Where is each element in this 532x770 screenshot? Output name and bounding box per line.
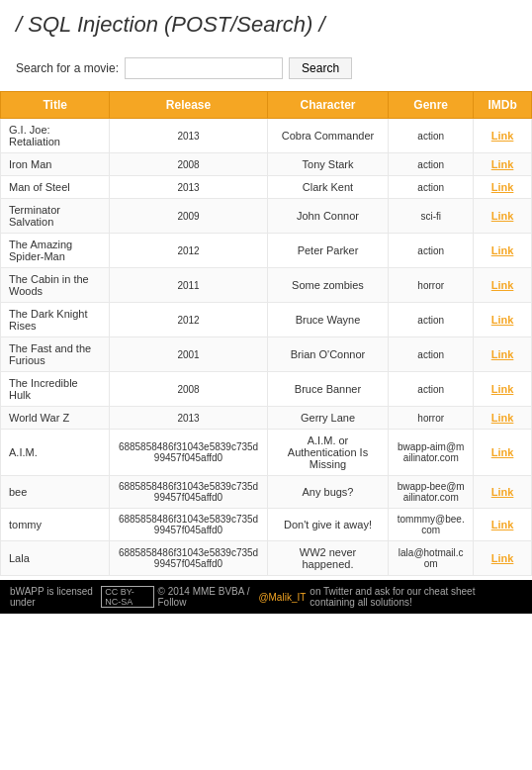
cell-imdb-link[interactable]: Link	[474, 337, 532, 372]
cell-imdb-link[interactable]: Link	[474, 541, 532, 576]
footer-text3: on Twitter and ask for our cheat sheet c…	[310, 586, 522, 608]
cell-title: The Dark Knight Rises	[1, 303, 110, 337]
cell-release: 2013	[110, 119, 267, 153]
cell-genre: action	[389, 119, 474, 153]
cell-genre: action	[389, 176, 474, 199]
cell-release: 2001	[110, 337, 267, 372]
table-row: The Fast and the Furious2001Brian O'Conn…	[1, 337, 532, 372]
footer-twitter[interactable]: @Malik_IT	[258, 592, 306, 603]
search-label: Search for a movie:	[16, 61, 119, 75]
cell-imdb-link[interactable]: Link	[474, 268, 532, 303]
cell-title: The Cabin in the Woods	[1, 268, 110, 303]
cell-character: Tony Stark	[267, 153, 389, 176]
cell-release: 6885858486f31043e5839c735d99457f045affd0	[110, 509, 267, 541]
search-button[interactable]: Search	[289, 57, 352, 79]
cell-release: 2009	[110, 199, 267, 234]
cell-character: WW2 never happened.	[267, 541, 389, 576]
cell-imdb-link[interactable]: Link	[474, 476, 532, 509]
movies-table: Title Release Character Genre IMDb G.I. …	[0, 91, 532, 576]
table-row: World War Z2013Gerry LanehorrorLink	[1, 407, 532, 430]
cell-character: Clark Kent	[267, 176, 389, 199]
cell-imdb-link[interactable]: Link	[474, 199, 532, 234]
col-header-imdb: IMDb	[474, 92, 532, 119]
table-row: A.I.M.6885858486f31043e5839c735d99457f04…	[1, 430, 532, 476]
table-row: G.I. Joe: Retaliation2013Cobra Commander…	[1, 119, 532, 153]
col-header-title: Title	[1, 92, 110, 119]
cell-title: The Fast and the Furious	[1, 337, 110, 372]
col-header-character: Character	[267, 92, 389, 119]
table-row: The Dark Knight Rises2012Bruce Wayneacti…	[1, 303, 532, 337]
page-title: / SQL Injection (POST/Search) /	[0, 0, 532, 49]
cell-genre: action	[389, 234, 474, 268]
cell-imdb-link[interactable]: Link	[474, 509, 532, 541]
cell-imdb-link[interactable]: Link	[474, 153, 532, 176]
cell-genre: horror	[389, 407, 474, 430]
cell-character: Bruce Banner	[267, 372, 389, 407]
table-row: Man of Steel2013Clark KentactionLink	[1, 176, 532, 199]
cell-genre: action	[389, 372, 474, 407]
cell-imdb-link[interactable]: Link	[474, 303, 532, 337]
cell-imdb-link[interactable]: Link	[474, 119, 532, 153]
cell-release: 2013	[110, 176, 267, 199]
cell-character: A.I.M. or Authentication Is Missing	[267, 430, 389, 476]
cell-genre: sci-fi	[389, 199, 474, 234]
cell-title: bee	[1, 476, 110, 509]
cell-genre: horror	[389, 268, 474, 303]
table-row: The Incredible Hulk2008Bruce Banneractio…	[1, 372, 532, 407]
cell-title: Iron Man	[1, 153, 110, 176]
cell-imdb-link[interactable]: Link	[474, 176, 532, 199]
search-bar: Search for a movie: Search	[0, 49, 532, 91]
cell-release: 2012	[110, 303, 267, 337]
table-row: Iron Man2008Tony StarkactionLink	[1, 153, 532, 176]
cell-character: Brian O'Connor	[267, 337, 389, 372]
table-row: Terminator Salvation2009John Connorsci-f…	[1, 199, 532, 234]
footer-text: bWAPP is licensed under	[10, 586, 97, 608]
cell-release: 2012	[110, 234, 267, 268]
cell-character: Bruce Wayne	[267, 303, 389, 337]
cell-genre: action	[389, 153, 474, 176]
cell-title: Lala	[1, 541, 110, 576]
cell-character: Don't give it away!	[267, 509, 389, 541]
cell-character: Cobra Commander	[267, 119, 389, 153]
footer-text2: © 2014 MME BVBA / Follow	[158, 586, 255, 608]
cell-genre: action	[389, 337, 474, 372]
cell-title: Terminator Salvation	[1, 199, 110, 234]
cell-release: 6885858486f31043e5839c735d99457f045affd0	[110, 476, 267, 509]
cell-imdb-link[interactable]: Link	[474, 407, 532, 430]
table-row: The Cabin in the Woods2011Some zombiesho…	[1, 268, 532, 303]
cell-character: Gerry Lane	[267, 407, 389, 430]
cell-character: Peter Parker	[267, 234, 389, 268]
cell-character: John Connor	[267, 199, 389, 234]
table-row: tommy6885858486f31043e5839c735d99457f045…	[1, 509, 532, 541]
cell-release: 2011	[110, 268, 267, 303]
col-header-genre: Genre	[389, 92, 474, 119]
col-header-release: Release	[110, 92, 267, 119]
cell-genre: lala@hotmail.com	[389, 541, 474, 576]
cell-character: Any bugs?	[267, 476, 389, 509]
cell-genre: action	[389, 303, 474, 337]
cell-genre: bwapp-bee@mailinator.com	[389, 476, 474, 509]
table-header-row: Title Release Character Genre IMDb	[1, 92, 532, 119]
cell-character: Some zombies	[267, 268, 389, 303]
cell-title: A.I.M.	[1, 430, 110, 476]
cell-title: G.I. Joe: Retaliation	[1, 119, 110, 153]
footer-license: CC BY-NC-SA	[101, 586, 153, 608]
cell-imdb-link[interactable]: Link	[474, 372, 532, 407]
search-input[interactable]	[125, 57, 283, 79]
cell-release: 2008	[110, 153, 267, 176]
cell-release: 2008	[110, 372, 267, 407]
cell-title: World War Z	[1, 407, 110, 430]
cell-imdb-link[interactable]: Link	[474, 430, 532, 476]
cell-title: Man of Steel	[1, 176, 110, 199]
cell-release: 6885858486f31043e5839c735d99457f045affd0	[110, 430, 267, 476]
cell-release: 6885858486f31043e5839c735d99457f045affd0	[110, 541, 267, 576]
cell-title: The Incredible Hulk	[1, 372, 110, 407]
cell-genre: bwapp-aim@mailinator.com	[389, 430, 474, 476]
cell-release: 2013	[110, 407, 267, 430]
cell-title: The Amazing Spider-Man	[1, 234, 110, 268]
cell-title: tommy	[1, 509, 110, 541]
table-row: bee6885858486f31043e5839c735d99457f045af…	[1, 476, 532, 509]
table-row: Lala6885858486f31043e5839c735d99457f045a…	[1, 541, 532, 576]
cell-imdb-link[interactable]: Link	[474, 234, 532, 268]
cell-genre: tommmy@bee.com	[389, 509, 474, 541]
